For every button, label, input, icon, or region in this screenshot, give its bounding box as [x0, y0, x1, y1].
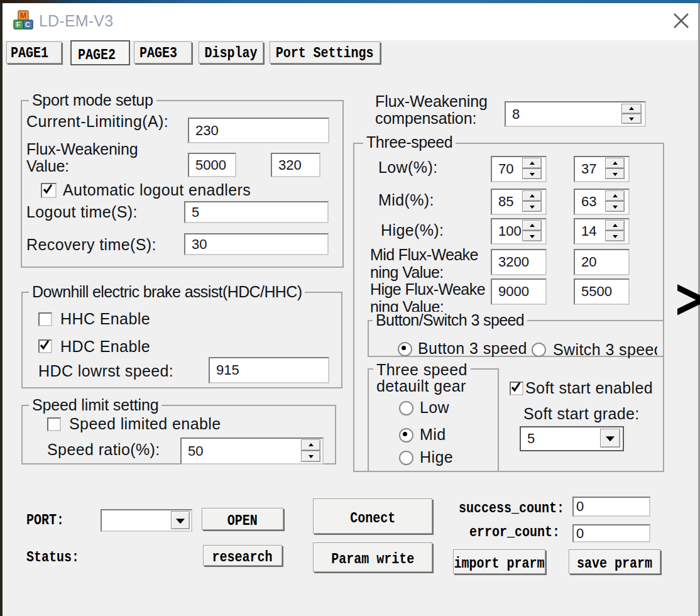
svg-text:M: M — [20, 11, 26, 20]
svg-text:C: C — [25, 21, 30, 28]
svg-text:F: F — [16, 21, 21, 28]
